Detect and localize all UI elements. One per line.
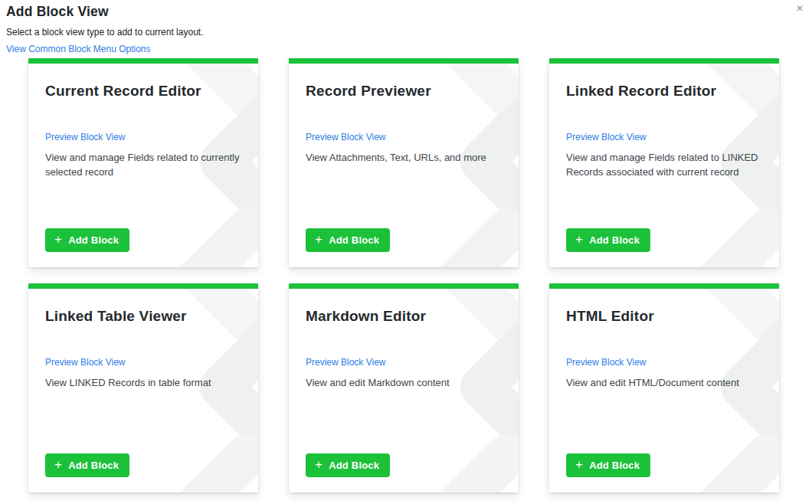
preview-block-view-link[interactable]: Preview Block View: [45, 357, 125, 368]
card-title: Linked Table Viewer: [45, 307, 187, 325]
plus-icon: +: [575, 234, 583, 244]
block-view-card: Current Record Editor Preview Block View…: [28, 58, 258, 267]
card-description: View LINKED Records in table format: [45, 376, 211, 391]
plus-icon: +: [575, 460, 583, 470]
card-body: Linked Record Editor Preview Block View …: [549, 64, 779, 267]
card-body: Markdown Editor Preview Block View View …: [289, 289, 519, 493]
card-title: HTML Editor: [566, 307, 654, 325]
card-body: Linked Table Viewer Preview Block View V…: [28, 289, 258, 493]
add-block-button[interactable]: + Add Block: [566, 453, 650, 477]
card-accent-bar: [549, 58, 779, 64]
card-title: Current Record Editor: [45, 82, 201, 100]
block-view-card: Linked Table Viewer Preview Block View V…: [28, 283, 258, 493]
card-title: Record Previewer: [306, 82, 431, 100]
add-block-button[interactable]: + Add Block: [45, 228, 129, 252]
block-view-card: Record Previewer Preview Block View View…: [289, 58, 519, 267]
card-accent-bar: [28, 283, 258, 289]
block-view-card: Linked Record Editor Preview Block View …: [549, 58, 779, 267]
page-title: Add Block View: [6, 4, 812, 20]
card-accent-bar: [289, 283, 519, 289]
card-title: Markdown Editor: [306, 307, 426, 325]
block-view-card: HTML Editor Preview Block View View and …: [549, 283, 779, 493]
close-icon[interactable]: ✕: [796, 3, 804, 14]
card-description: View and manage Fields related to curren…: [45, 151, 241, 179]
card-description: View and edit Markdown content: [306, 376, 450, 391]
card-body: HTML Editor Preview Block View View and …: [549, 289, 779, 493]
add-block-label: Add Block: [589, 460, 640, 471]
add-block-label: Add Block: [589, 234, 640, 246]
page-subtitle: Select a block view type to add to curre…: [6, 27, 812, 38]
card-description: View and edit HTML/Document content: [566, 376, 739, 391]
preview-block-view-link[interactable]: Preview Block View: [45, 132, 125, 143]
add-block-button[interactable]: + Add Block: [45, 453, 129, 477]
card-accent-bar: [28, 58, 258, 64]
preview-block-view-link[interactable]: Preview Block View: [306, 357, 385, 368]
add-block-label: Add Block: [68, 460, 119, 471]
card-body: Record Previewer Preview Block View View…: [289, 64, 519, 267]
preview-block-view-link[interactable]: Preview Block View: [306, 132, 385, 143]
plus-icon: +: [54, 460, 62, 470]
preview-block-view-link[interactable]: Preview Block View: [566, 357, 646, 368]
add-block-label: Add Block: [329, 460, 379, 471]
plus-icon: +: [315, 460, 323, 470]
add-block-button[interactable]: + Add Block: [306, 228, 390, 252]
add-block-button[interactable]: + Add Block: [306, 453, 390, 477]
common-block-menu-options-link[interactable]: View Common Block Menu Options: [6, 44, 151, 54]
block-view-grid: Current Record Editor Preview Block View…: [0, 55, 812, 493]
add-block-label: Add Block: [329, 234, 379, 246]
preview-block-view-link[interactable]: Preview Block View: [566, 132, 646, 143]
card-description: View Attachments, Text, URLs, and more: [306, 151, 486, 165]
add-block-button[interactable]: + Add Block: [566, 228, 650, 252]
add-block-label: Add Block: [68, 234, 119, 246]
plus-icon: +: [54, 234, 62, 244]
card-accent-bar: [289, 58, 519, 64]
card-body: Current Record Editor Preview Block View…: [28, 64, 258, 267]
card-description: View and manage Fields related to LINKED…: [566, 151, 762, 179]
plus-icon: +: [315, 234, 323, 244]
modal-header: Add Block View Select a block view type …: [0, 0, 812, 55]
block-view-card: Markdown Editor Preview Block View View …: [289, 283, 519, 493]
card-accent-bar: [549, 283, 779, 289]
card-title: Linked Record Editor: [566, 82, 716, 100]
